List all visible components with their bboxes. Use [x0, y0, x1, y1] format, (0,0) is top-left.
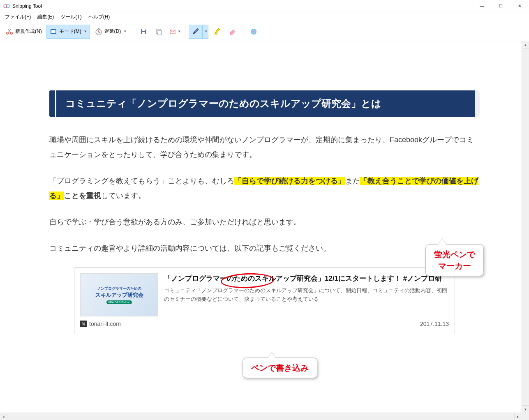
svg-rect-7	[98, 28, 99, 29]
card-date: 2017.11.13	[420, 321, 449, 327]
para2-pre: 「プログラミングを教えてもらう」ことよりも、むしろ	[49, 177, 234, 185]
svg-point-3	[11, 32, 13, 34]
menu-help[interactable]: ヘルプ(H)	[85, 13, 113, 21]
new-snip-label: 新規作成(N)	[15, 28, 42, 35]
link-card[interactable]: ノンプログラマーのための スキルアップ研究会 VBA GAS Python 「ノ…	[74, 267, 455, 333]
app-icon	[3, 3, 10, 9]
delay-button[interactable]: 遅延(D) ▼	[92, 25, 130, 39]
menu-edit[interactable]: 編集(E)	[34, 13, 57, 21]
close-button[interactable]: ✕	[510, 0, 529, 12]
highlight-1: 「自らで学び続ける力をつける」	[234, 177, 345, 185]
pen-icon	[192, 28, 200, 36]
pen-dropdown[interactable]: ▼	[203, 25, 208, 39]
save-icon	[139, 28, 148, 36]
eraser-icon	[229, 28, 237, 36]
maximize-button[interactable]: ☐	[491, 0, 510, 12]
svg-point-2	[7, 32, 9, 34]
mode-label: モード(M)	[59, 28, 81, 35]
callout-marker-line1: 蛍光ペンで	[434, 249, 475, 260]
pen-button[interactable]	[189, 25, 203, 39]
svg-rect-8	[142, 29, 145, 31]
scroll-down-button[interactable]: ▾	[522, 405, 529, 412]
mode-icon	[49, 28, 58, 36]
card-title: 「ノンプログラマーのためのスキルアップ研究会」12/1にスタートします！ #ノン…	[164, 273, 449, 284]
mail-icon	[169, 28, 177, 36]
svg-point-14	[251, 29, 256, 35]
thumb-line2: スキルアップ研究会	[95, 291, 143, 299]
svg-rect-9	[142, 32, 145, 34]
scroll-up-button[interactable]: ▴	[522, 41, 529, 48]
toolbar: 新規作成(N) モード(M) ▼ 遅延(D) ▼ ▼	[0, 22, 529, 41]
card-thumbnail: ノンプログラマーのための スキルアップ研究会 VBA GAS Python	[80, 273, 158, 316]
thumb-line1: ノンプログラマーのための	[97, 286, 141, 291]
paragraph-2: 「プログラミングを教えてもらう」ことよりも、むしろ「自らで学び続ける力をつける」…	[49, 173, 480, 203]
highlighter-icon	[213, 28, 221, 36]
svg-point-1	[6, 5, 9, 8]
chevron-down-icon: ▼	[123, 30, 127, 33]
chevron-down-icon: ▼	[84, 30, 87, 33]
paragraph-3: 自らで学ぶ・学び合う意欲がある方のみ、ご参加いただければと思います。	[49, 215, 480, 229]
highlighter-button[interactable]	[210, 25, 224, 39]
mode-button[interactable]: モード(M) ▼	[46, 25, 90, 39]
separator	[243, 26, 243, 37]
paint3d-icon	[249, 28, 258, 36]
paragraph-4: コミュニティの趣旨やより詳細の活動内容については、以下の記事もご覧ください。	[49, 241, 480, 256]
para2-end: しています。	[101, 192, 146, 200]
window-controls: — ☐ ✕	[472, 0, 529, 12]
delay-label: 遅延(D)	[104, 28, 121, 35]
titlebar: Snipping Tool — ☐ ✕	[0, 0, 529, 12]
card-description: コミュニティ「ノンプログラマーのためのスキルアップ研究会」について、開始日程、コ…	[164, 286, 449, 304]
card-source: 隣 tonari-it.com	[80, 321, 121, 327]
callout-pen-text: ペンで書き込み	[251, 363, 309, 372]
save-button[interactable]	[136, 25, 150, 39]
callout-marker: 蛍光ペンで マーカー	[425, 244, 484, 276]
app-title: Snipping Tool	[12, 3, 42, 9]
separator	[133, 26, 133, 37]
scissors-icon	[5, 28, 14, 36]
svg-rect-11	[158, 30, 162, 35]
menubar: ファイル(F) 編集(E) ツール(T) ヘルプ(H)	[0, 12, 529, 22]
svg-rect-13	[214, 34, 217, 35]
svg-rect-5	[51, 30, 55, 33]
minimize-button[interactable]: —	[472, 0, 491, 12]
copy-icon	[155, 28, 163, 36]
para2-post: ことを重視	[64, 192, 101, 200]
canvas-area[interactable]: コミュニティ「ノンプログラマーのためのスキルアップ研究会」とは 職場や周囲にスキ…	[0, 41, 529, 412]
vertical-scrollbar[interactable]: ▴ ▾	[522, 41, 529, 412]
source-icon: 隣	[80, 321, 87, 327]
callout-pen: ペンで書き込み	[243, 358, 317, 378]
heading-text: コミュニティ「ノンプログラマーのためのスキルアップ研究会」とは	[56, 90, 475, 117]
send-button[interactable]: ▼	[168, 25, 182, 39]
chevron-down-icon: ▼	[178, 30, 181, 33]
para2-mid: また	[345, 177, 360, 185]
separator	[185, 26, 185, 37]
chevron-down-icon: ▼	[204, 30, 208, 33]
callout-marker-line2: マーカー	[434, 260, 475, 272]
new-snip-button[interactable]: 新規作成(N)	[2, 25, 45, 39]
paint3d-button[interactable]	[247, 25, 261, 39]
paragraph-1: 職場や周囲にスキルを上げ続けるための環境や仲間がないノンプログラマーが、定期的に…	[49, 132, 480, 162]
clock-icon	[95, 28, 103, 36]
heading-block: コミュニティ「ノンプログラマーのためのスキルアップ研究会」とは	[49, 90, 480, 117]
card-source-text: tonari-it.com	[89, 321, 121, 327]
menu-file[interactable]: ファイル(F)	[2, 13, 34, 21]
menu-tools[interactable]: ツール(T)	[57, 13, 85, 21]
eraser-button[interactable]	[226, 25, 240, 39]
thumb-badge: VBA GAS Python	[106, 300, 132, 304]
copy-button[interactable]	[152, 25, 166, 39]
